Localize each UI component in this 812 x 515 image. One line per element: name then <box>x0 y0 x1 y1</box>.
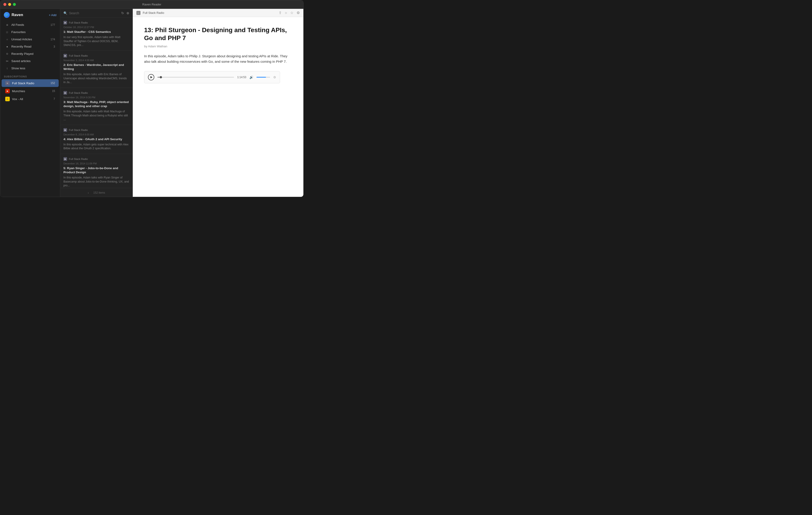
close-button[interactable] <box>3 3 6 6</box>
settings-icon[interactable]: ⚙ <box>296 11 300 15</box>
play-button[interactable] <box>148 74 154 81</box>
recently-played-label: Recently Played <box>11 52 55 56</box>
article-date: October 18, 2014 12:27 PM <box>63 26 129 29</box>
progress-dot <box>160 76 162 78</box>
logo-icon: 🐦 <box>4 12 10 18</box>
list-footer: ‹ 152 items <box>60 188 133 197</box>
article-author: by Adam Wathan <box>144 44 292 48</box>
share-icon[interactable]: ⇧ <box>279 11 282 15</box>
search-input[interactable] <box>69 11 119 15</box>
feed-icon: ▶ <box>63 91 67 95</box>
article-meta: ▶ Full Stack Radio <box>63 157 129 161</box>
table-row[interactable]: ▶ Full Stack Radio November 16, 2014 9:3… <box>60 88 133 125</box>
table-row[interactable]: ▶ Full Stack Radio December 18, 2014 11:… <box>60 154 133 188</box>
sidebar-item-recently-played[interactable]: ⊙ Recently Played <box>2 50 59 57</box>
sidebar-item-all-feeds[interactable]: ≡ All Feeds 177 <box>2 21 59 28</box>
all-feeds-icon: ≡ <box>5 23 9 27</box>
middle-panel: 🔍 ↻ ⊕ ▶ Full Stack Radio October 18, 201… <box>60 9 133 197</box>
progress-container <box>157 77 234 78</box>
app-body: 🐦 Raven + Add ≡ All Feeds 177 ☆ Favourit… <box>0 9 303 197</box>
sidebar-item-saved-articles[interactable]: ✂ Saved articles <box>2 58 59 65</box>
app-logo: 🐦 Raven <box>4 12 23 18</box>
article-title: 2: Eric Barnes - Wardrobe, Javascript an… <box>63 63 129 71</box>
article-excerpt: In this episode, Adam talks with Ryan Si… <box>63 176 129 188</box>
article-excerpt: In this episode, Adam gets super technic… <box>63 143 129 151</box>
detail-header-actions: ⇧ ○ ☆ ⚙ <box>279 11 300 15</box>
sidebar-item-recently-read[interactable]: ● Recently Read 3 <box>2 43 59 50</box>
article-excerpt: In this episode, Adam talks with Matt Ma… <box>63 110 129 122</box>
all-feeds-count: 177 <box>51 23 55 27</box>
recently-played-icon: ⊙ <box>5 52 9 56</box>
sidebar-item-favourites[interactable]: ☆ Favourites <box>2 29 59 35</box>
feed-icon: ▶ <box>63 54 67 58</box>
subscriptions-label: SUBSCRIPTIONS <box>0 73 60 79</box>
article-meta: ▶ Full Stack Radio <box>63 21 129 25</box>
table-row[interactable]: ▶ Full Stack Radio December 8, 2014 8:00… <box>60 125 133 154</box>
titlebar: Raven Reader <box>0 0 303 9</box>
detail-panel: ▶ Full Stack Radio ⇧ ○ ☆ ⚙ 13: Phil Stur… <box>133 9 303 197</box>
volume-bar[interactable] <box>257 77 270 78</box>
feed-icon: ▶ <box>63 128 67 132</box>
article-excerpt: In our very first episode, Adam talks wi… <box>63 35 129 47</box>
article-title: 1: Matt Stauffer - CSS Semantics <box>63 30 129 34</box>
maximize-button[interactable] <box>13 3 16 6</box>
item-count: 152 items <box>93 191 105 194</box>
sidebar: 🐦 Raven + Add ≡ All Feeds 177 ☆ Favourit… <box>0 9 60 197</box>
progress-fill <box>157 77 160 78</box>
volume-fill <box>257 77 266 78</box>
munchies-count: 15 <box>52 89 55 93</box>
sidebar-item-unread-articles[interactable]: ○ Unread Articles 174 <box>2 36 59 43</box>
subscription-full-stack-radio[interactable]: ▶ Full Stack Radio 152 <box>2 79 59 87</box>
subscription-munchies[interactable]: ▶ Munchies 15 <box>2 87 59 95</box>
subscription-vox-all[interactable]: 1 Vox - All 7 <box>2 95 59 103</box>
unread-articles-icon: ○ <box>5 37 9 41</box>
sidebar-item-show-less[interactable]: ↑ Show less <box>2 65 59 72</box>
search-icon: 🔍 <box>63 11 67 15</box>
feed-icon: ▶ <box>63 157 67 161</box>
article-title: 4: Alex Bilbie - OAuth 2 and API Securit… <box>63 137 129 141</box>
saved-articles-label: Saved articles <box>11 59 55 63</box>
minimize-button[interactable] <box>8 3 11 6</box>
article-date: November 3, 2014 4:00 AM <box>63 59 129 62</box>
article-excerpt: In this episode, Adam talks with Eric Ba… <box>63 72 129 85</box>
article-meta: ▶ Full Stack Radio <box>63 91 129 95</box>
article-date: December 8, 2014 8:00 AM <box>63 133 129 136</box>
mark-read-icon[interactable]: ○ <box>285 11 287 15</box>
detail-content: 13: Phil Sturgeon - Designing and Testin… <box>133 17 303 197</box>
article-title: 3: Matt Machuga - Ruby, PHP, object orie… <box>63 100 129 108</box>
all-feeds-label: All Feeds <box>11 23 48 27</box>
full-stack-radio-label: Full Stack Radio <box>12 82 48 85</box>
star-icon[interactable]: ☆ <box>290 11 293 15</box>
progress-bar[interactable] <box>157 77 234 78</box>
prev-page-button[interactable]: ‹ <box>88 191 89 194</box>
unread-articles-label: Unread Articles <box>11 38 48 41</box>
sidebar-nav: ≡ All Feeds 177 ☆ Favourites ○ Unread Ar… <box>0 20 60 73</box>
volume-icon[interactable]: 🔊 <box>250 75 253 79</box>
window-controls[interactable] <box>3 3 16 6</box>
article-body: In this episode, Adam talks to Philip J.… <box>144 54 292 64</box>
table-row[interactable]: ▶ Full Stack Radio November 3, 2014 4:00… <box>60 51 133 88</box>
time-display: 1:14:53 <box>237 75 246 79</box>
vox-all-count: 7 <box>54 97 55 100</box>
recently-read-icon: ● <box>5 44 9 49</box>
vox-all-icon: 1 <box>5 97 10 101</box>
logo-text: Raven <box>11 13 23 17</box>
table-row[interactable]: ▶ Full Stack Radio October 18, 2014 12:2… <box>60 18 133 51</box>
audio-player: 1:14:53 🔊 ⚙ <box>144 71 280 83</box>
refresh-icon[interactable]: ↻ <box>121 11 124 15</box>
munchies-label: Munchies <box>12 89 50 93</box>
filter-icon[interactable]: ⊕ <box>126 11 129 15</box>
article-meta: ▶ Full Stack Radio <box>63 54 129 58</box>
show-less-label: Show less <box>11 67 55 70</box>
add-button[interactable]: + Add <box>49 13 56 17</box>
play-icon <box>150 76 152 78</box>
detail-header: ▶ Full Stack Radio ⇧ ○ ☆ ⚙ <box>133 9 303 17</box>
article-meta: ▶ Full Stack Radio <box>63 128 129 132</box>
sidebar-header: 🐦 Raven + Add <box>0 9 60 20</box>
search-bar: 🔍 ↻ ⊕ <box>60 9 133 18</box>
player-settings-icon[interactable]: ⚙ <box>273 75 276 79</box>
vox-all-label: Vox - All <box>12 97 51 101</box>
article-list: ▶ Full Stack Radio October 18, 2014 12:2… <box>60 18 133 188</box>
feed-name: Full Stack Radio <box>69 21 88 24</box>
detail-feed-icon: ▶ <box>136 11 141 15</box>
